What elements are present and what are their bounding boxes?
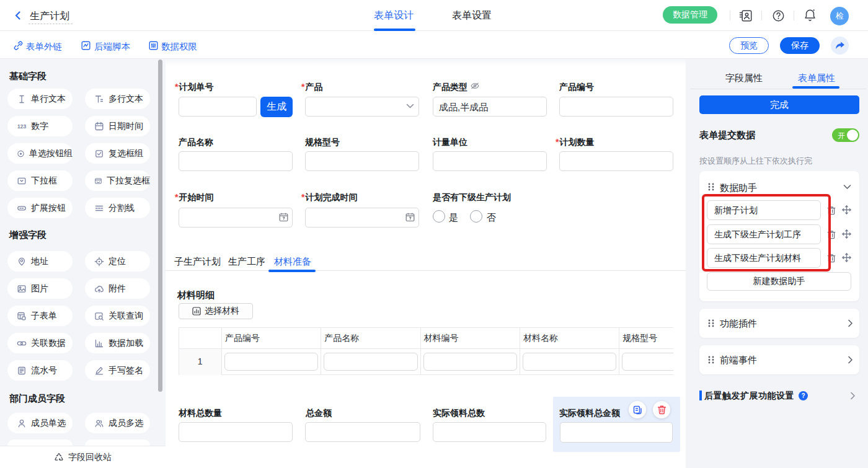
svg-text:123: 123 bbox=[17, 123, 26, 130]
